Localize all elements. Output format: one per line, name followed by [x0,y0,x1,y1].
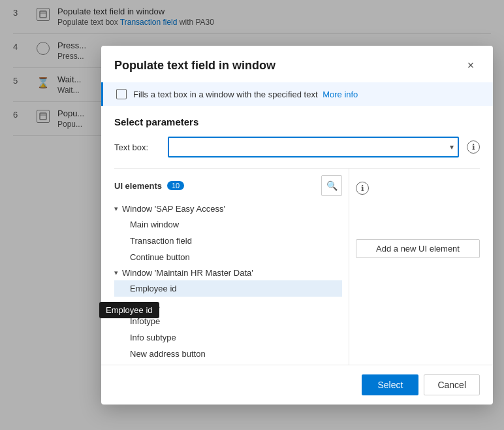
modal-dialog: Populate text field in window × Fills a … [101,46,493,405]
modal-header: Populate text field in window × [101,46,493,82]
employee-id-tooltip: Employee id [99,302,159,318]
search-icon: 🔍 [326,180,338,191]
modal-footer: Select Cancel [101,365,493,405]
tree-group-label-1: Window 'SAP Easy Access' [122,204,225,214]
close-button[interactable]: × [462,56,480,74]
right-panel: ℹ Add a new UI element [349,169,480,365]
tree-section: ▾ Window 'SAP Easy Access' Main window T… [114,201,342,365]
more-info-link[interactable]: More info [323,90,358,99]
chevron-down-icon: ▾ [114,269,118,277]
text-box-select[interactable] [168,137,459,157]
left-panel: UI elements 10 🔍 ▾ Window 'SAP Easy Acce… [114,169,349,365]
ui-elements-title: UI elements [114,181,162,191]
info-text: Fills a text box in a window with the sp… [133,90,358,99]
panel-header: UI elements 10 🔍 [114,169,342,201]
cancel-button[interactable]: Cancel [424,374,480,395]
chevron-down-icon: ▾ [114,205,118,213]
right-info-icon[interactable]: ℹ [356,182,369,195]
tree-item-main-window[interactable]: Main window [114,216,342,233]
ui-elements-panel: UI elements 10 🔍 ▾ Window 'SAP Easy Acce… [114,168,480,365]
text-box-label: Text box: [114,142,160,152]
tree-item-continue-button[interactable]: Continue button [114,249,342,265]
params-section: Select parameters Text box: ▾ ℹ [101,106,493,168]
add-ui-element-button[interactable]: Add a new UI element [356,239,480,258]
tree-item-info-subtype[interactable]: Info subtype [114,329,342,346]
tree-group-maintain-hr[interactable]: ▾ Window 'Maintain HR Master Data' [114,265,342,280]
modal-title: Populate text field in window [114,59,276,73]
param-row: Text box: ▾ ℹ [114,137,480,157]
tree-item-employee-id[interactable]: Employee id [114,280,342,297]
tree-item-new-address-button[interactable]: New address button [114,346,342,362]
info-checkbox [116,89,127,99]
tree-group-label-2: Window 'Maintain HR Master Data' [122,268,253,278]
search-button[interactable]: 🔍 [321,175,342,196]
params-title: Select parameters [114,116,480,127]
ui-elements-badge: 10 [167,181,184,190]
select-button[interactable]: Select [362,374,418,395]
text-box-select-wrapper: ▾ [168,137,459,157]
info-banner: Fills a text box in a window with the sp… [101,82,493,106]
tree-group-sap-easy-access[interactable]: ▾ Window 'SAP Easy Access' [114,201,342,216]
textbox-info-icon[interactable]: ℹ [467,141,480,154]
tree-item-transaction-field[interactable]: Transaction field [114,233,342,249]
